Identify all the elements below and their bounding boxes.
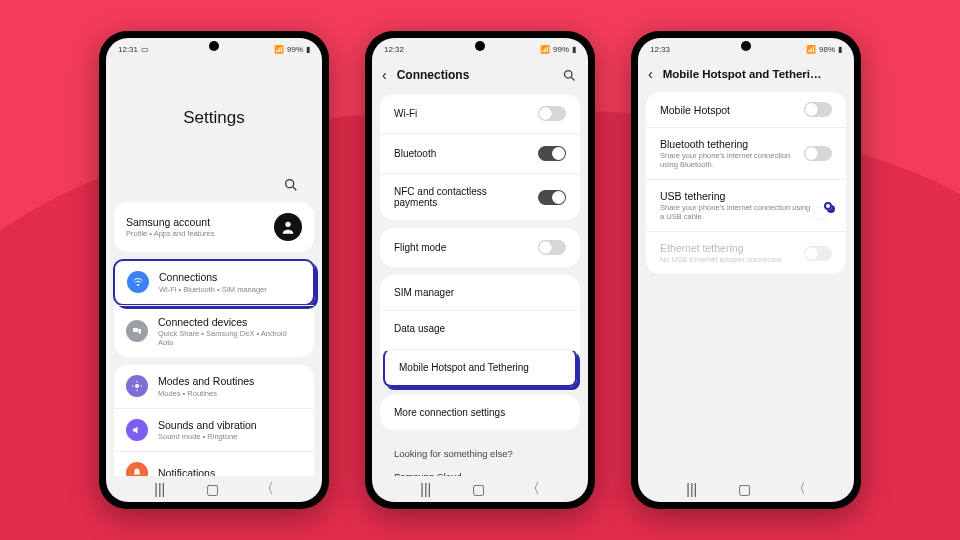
signal-icon: 📶: [540, 45, 550, 54]
row-sub: No USB Ethernet adapter connected: [660, 255, 796, 264]
account-sub: Profile • Apps and features: [126, 229, 264, 238]
phone-connections: 12:32 📶99%▮ ‹ Connections Wi-Fi: [365, 31, 595, 509]
toggle[interactable]: [804, 146, 832, 161]
svg-line-1: [293, 187, 296, 190]
nav-recents[interactable]: |||: [686, 481, 697, 497]
svg-line-8: [571, 77, 574, 80]
row-title: Notifications: [158, 467, 302, 476]
row-label: NFC and contactless payments: [394, 186, 530, 208]
row-bluetooth-tethering[interactable]: Bluetooth tethering Share your phone's i…: [646, 127, 846, 179]
signal-icon: 📶: [806, 45, 816, 54]
row-more-connection-settings[interactable]: More connection settings: [380, 395, 580, 430]
nav-bar: ||| ▢ 〈: [106, 476, 322, 502]
page-title: Connections: [397, 68, 470, 82]
svg-rect-5: [139, 329, 142, 334]
row-label: Mobile Hotspot and Tethering: [399, 362, 561, 373]
toggle[interactable]: [538, 106, 566, 121]
sound-icon: [126, 419, 148, 441]
battery-icon: ▮: [306, 45, 310, 54]
nav-back[interactable]: 〈: [526, 480, 540, 498]
search-icon[interactable]: [560, 66, 578, 84]
row-notifications[interactable]: Notifications: [114, 451, 314, 476]
row-label: Wi-Fi: [394, 108, 530, 119]
row-label: Flight mode: [394, 242, 530, 253]
battery-pct: 99%: [553, 45, 569, 54]
nav-back[interactable]: 〈: [260, 480, 274, 498]
row-data-usage[interactable]: Data usage: [380, 310, 580, 346]
battery-icon: ▮: [572, 45, 576, 54]
row-sub: Quick Share • Samsung DeX • Android Auto: [158, 329, 302, 347]
row-flight-mode[interactable]: Flight mode: [380, 228, 580, 267]
svg-point-3: [137, 285, 139, 287]
camera-hole: [475, 41, 485, 51]
status-time: 12:33: [650, 45, 670, 54]
notif-icon: [126, 462, 148, 476]
row-title: Mobile Hotspot: [660, 104, 796, 116]
nav-recents[interactable]: |||: [420, 481, 431, 497]
svg-rect-4: [133, 328, 138, 332]
svg-point-0: [286, 180, 294, 188]
row-title: Bluetooth tethering: [660, 138, 796, 150]
nav-home[interactable]: ▢: [206, 481, 219, 497]
toggle[interactable]: [538, 190, 566, 205]
row-sub: Share your phone's internet connection u…: [660, 151, 796, 169]
row-hotspot-tethering[interactable]: Mobile Hotspot and Tethering: [383, 349, 577, 387]
row-label: Bluetooth: [394, 148, 530, 159]
row-title: Ethernet tethering: [660, 242, 796, 254]
phone-tethering: 12:33 📶98%▮ ‹ Mobile Hotspot and Tetheri…: [631, 31, 861, 509]
status-time: 12:31: [118, 45, 138, 54]
highlight-frame: [824, 202, 832, 210]
row-title: Sounds and vibration: [158, 419, 302, 432]
row-sub: Modes • Routines: [158, 389, 302, 398]
row-sub: Share your phone's internet connection u…: [660, 203, 816, 221]
svg-point-7: [564, 70, 572, 78]
nav-bar: ||| ▢ 〈: [638, 476, 854, 502]
row-title: Modes and Routines: [158, 375, 302, 388]
camera-hole: [741, 41, 751, 51]
row-ethernet-tethering: Ethernet tethering No USB Ethernet adapt…: [646, 231, 846, 274]
row-sub: Wi-Fi • Bluetooth • SIM manager: [159, 285, 301, 294]
camera-hole: [209, 41, 219, 51]
toggle: [804, 246, 832, 261]
samsung-account-row[interactable]: Samsung account Profile • Apps and featu…: [114, 202, 314, 252]
toggle[interactable]: [538, 240, 566, 255]
nav-recents[interactable]: |||: [154, 481, 165, 497]
row-modes-routines[interactable]: Modes and Routines Modes • Routines: [114, 365, 314, 408]
row-sounds-vibration[interactable]: Sounds and vibration Sound mode • Ringto…: [114, 408, 314, 452]
page-title: Mobile Hotspot and Tetheri…: [663, 68, 822, 80]
row-label: More connection settings: [394, 407, 566, 418]
row-connected-devices[interactable]: Connected devices Quick Share • Samsung …: [114, 305, 314, 358]
row-title: Connected devices: [158, 316, 302, 329]
footer-lead: Looking for something else?: [380, 438, 580, 469]
search-icon[interactable]: [282, 176, 300, 194]
row-bluetooth[interactable]: Bluetooth: [380, 133, 580, 173]
row-nfc[interactable]: NFC and contactless payments: [380, 173, 580, 220]
toggle[interactable]: [804, 102, 832, 117]
avatar-icon: [274, 213, 302, 241]
svg-point-2: [285, 222, 290, 227]
phone-settings: 12:31 ▭ 📶 99% ▮ Settings: [99, 31, 329, 509]
svg-point-6: [135, 384, 139, 388]
footer-link[interactable]: Samsung Cloud: [380, 469, 580, 476]
back-icon[interactable]: ‹: [648, 66, 653, 82]
battery-pct: 99%: [287, 45, 303, 54]
battery-pct: 98%: [819, 45, 835, 54]
row-mobile-hotspot[interactable]: Mobile Hotspot: [646, 92, 846, 127]
status-icon: ▭: [141, 45, 149, 54]
toggle[interactable]: [538, 146, 566, 161]
devices-icon: [126, 320, 148, 342]
row-usb-tethering[interactable]: USB tethering Share your phone's interne…: [646, 179, 846, 231]
row-sim-manager[interactable]: SIM manager: [380, 275, 580, 310]
routines-icon: [126, 375, 148, 397]
row-sub: Sound mode • Ringtone: [158, 432, 302, 441]
nav-back[interactable]: 〈: [792, 480, 806, 498]
row-label: Data usage: [394, 323, 566, 334]
status-time: 12:32: [384, 45, 404, 54]
nav-bar: ||| ▢ 〈: [372, 476, 588, 502]
row-wifi[interactable]: Wi-Fi: [380, 94, 580, 133]
row-label: SIM manager: [394, 287, 566, 298]
back-icon[interactable]: ‹: [382, 67, 387, 83]
nav-home[interactable]: ▢: [472, 481, 485, 497]
nav-home[interactable]: ▢: [738, 481, 751, 497]
row-connections[interactable]: Connections Wi-Fi • Bluetooth • SIM mana…: [113, 259, 315, 306]
